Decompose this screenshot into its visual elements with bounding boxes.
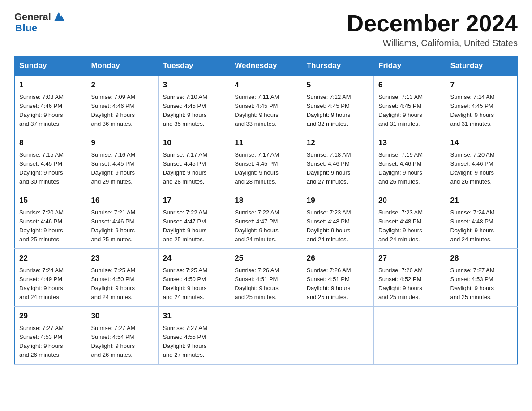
day-info: Sunrise: 7:21 AMSunset: 4:46 PMDaylight:… xyxy=(91,209,135,243)
logo-icon xyxy=(52,10,65,23)
calendar-cell xyxy=(230,307,302,364)
day-info: Sunrise: 7:23 AMSunset: 4:48 PMDaylight:… xyxy=(307,209,351,243)
day-number: 19 xyxy=(307,195,369,206)
day-number: 14 xyxy=(450,137,513,149)
logo: General Blue xyxy=(14,11,65,34)
day-number: 27 xyxy=(378,253,441,264)
day-number: 18 xyxy=(235,195,297,206)
day-number: 8 xyxy=(19,137,82,149)
calendar-cell: 21 Sunrise: 7:24 AMSunset: 4:48 PMDaylig… xyxy=(446,191,517,249)
week-row-1: 1 Sunrise: 7:08 AMSunset: 4:46 PMDayligh… xyxy=(15,75,518,133)
day-info: Sunrise: 7:13 AMSunset: 4:45 PMDaylight:… xyxy=(378,94,423,127)
calendar-cell xyxy=(374,307,446,364)
day-info: Sunrise: 7:11 AMSunset: 4:45 PMDaylight:… xyxy=(235,94,279,127)
calendar-cell xyxy=(302,307,373,364)
week-row-5: 29 Sunrise: 7:27 AMSunset: 4:53 PMDaylig… xyxy=(15,307,518,364)
day-info: Sunrise: 7:14 AMSunset: 4:45 PMDaylight:… xyxy=(450,94,495,127)
day-info: Sunrise: 7:17 AMSunset: 4:45 PMDaylight:… xyxy=(163,151,207,185)
calendar-cell: 17 Sunrise: 7:22 AMSunset: 4:47 PMDaylig… xyxy=(158,191,230,249)
day-info: Sunrise: 7:16 AMSunset: 4:45 PMDaylight:… xyxy=(91,151,135,185)
day-number: 29 xyxy=(19,310,82,322)
day-number: 28 xyxy=(450,253,513,264)
day-number: 5 xyxy=(307,79,369,91)
calendar-cell: 13 Sunrise: 7:19 AMSunset: 4:46 PMDaylig… xyxy=(374,133,446,191)
day-info: Sunrise: 7:25 AMSunset: 4:50 PMDaylight:… xyxy=(163,267,207,300)
day-info: Sunrise: 7:26 AMSunset: 4:51 PMDaylight:… xyxy=(235,267,279,300)
day-number: 17 xyxy=(163,195,225,206)
header-monday: Monday xyxy=(86,57,158,76)
calendar-title: December 2024 xyxy=(347,11,518,36)
day-number: 4 xyxy=(235,79,297,91)
calendar-cell: 16 Sunrise: 7:21 AMSunset: 4:46 PMDaylig… xyxy=(86,191,158,249)
day-number: 16 xyxy=(91,195,153,206)
week-row-3: 15 Sunrise: 7:20 AMSunset: 4:46 PMDaylig… xyxy=(15,191,518,249)
day-info: Sunrise: 7:19 AMSunset: 4:46 PMDaylight:… xyxy=(378,151,423,185)
day-info: Sunrise: 7:24 AMSunset: 4:49 PMDaylight:… xyxy=(19,267,64,300)
header-friday: Friday xyxy=(374,57,446,76)
calendar-cell: 6 Sunrise: 7:13 AMSunset: 4:45 PMDayligh… xyxy=(374,75,446,133)
day-info: Sunrise: 7:15 AMSunset: 4:45 PMDaylight:… xyxy=(19,151,64,185)
calendar-cell xyxy=(446,307,517,364)
calendar-cell: 3 Sunrise: 7:10 AMSunset: 4:45 PMDayligh… xyxy=(158,75,230,133)
day-number: 10 xyxy=(163,137,225,149)
day-info: Sunrise: 7:18 AMSunset: 4:46 PMDaylight:… xyxy=(307,151,351,185)
weekday-header-row: Sunday Monday Tuesday Wednesday Thursday… xyxy=(15,57,518,76)
calendar-cell: 27 Sunrise: 7:26 AMSunset: 4:52 PMDaylig… xyxy=(374,249,446,307)
day-number: 24 xyxy=(163,253,225,264)
calendar-cell: 22 Sunrise: 7:24 AMSunset: 4:49 PMDaylig… xyxy=(15,249,86,307)
header-wednesday: Wednesday xyxy=(230,57,302,76)
logo-blue-text: Blue xyxy=(15,22,38,34)
header-thursday: Thursday xyxy=(302,57,373,76)
day-number: 23 xyxy=(91,253,153,264)
calendar-cell: 30 Sunrise: 7:27 AMSunset: 4:54 PMDaylig… xyxy=(86,307,158,364)
header-sunday: Sunday xyxy=(15,57,86,76)
calendar-cell: 5 Sunrise: 7:12 AMSunset: 4:45 PMDayligh… xyxy=(302,75,373,133)
day-info: Sunrise: 7:20 AMSunset: 4:46 PMDaylight:… xyxy=(450,151,495,185)
day-info: Sunrise: 7:24 AMSunset: 4:48 PMDaylight:… xyxy=(450,209,495,243)
calendar-cell: 12 Sunrise: 7:18 AMSunset: 4:46 PMDaylig… xyxy=(302,133,373,191)
calendar-cell: 31 Sunrise: 7:27 AMSunset: 4:55 PMDaylig… xyxy=(158,307,230,364)
calendar-cell: 26 Sunrise: 7:26 AMSunset: 4:51 PMDaylig… xyxy=(302,249,373,307)
day-number: 9 xyxy=(91,137,153,149)
day-info: Sunrise: 7:10 AMSunset: 4:45 PMDaylight:… xyxy=(163,94,207,127)
day-number: 12 xyxy=(307,137,369,149)
header-saturday: Saturday xyxy=(446,57,517,76)
day-number: 31 xyxy=(163,310,225,322)
day-number: 7 xyxy=(450,79,513,91)
calendar-cell: 1 Sunrise: 7:08 AMSunset: 4:46 PMDayligh… xyxy=(15,75,86,133)
day-info: Sunrise: 7:17 AMSunset: 4:45 PMDaylight:… xyxy=(235,151,279,185)
calendar-table: Sunday Monday Tuesday Wednesday Thursday… xyxy=(14,56,518,364)
calendar-cell: 29 Sunrise: 7:27 AMSunset: 4:53 PMDaylig… xyxy=(15,307,86,364)
logo-general-text: General xyxy=(14,11,51,23)
calendar-cell: 2 Sunrise: 7:09 AMSunset: 4:46 PMDayligh… xyxy=(86,75,158,133)
day-info: Sunrise: 7:09 AMSunset: 4:46 PMDaylight:… xyxy=(91,94,135,127)
day-info: Sunrise: 7:27 AMSunset: 4:53 PMDaylight:… xyxy=(450,267,495,300)
day-info: Sunrise: 7:27 AMSunset: 4:55 PMDaylight:… xyxy=(163,325,207,358)
day-info: Sunrise: 7:27 AMSunset: 4:53 PMDaylight:… xyxy=(19,325,64,358)
day-number: 26 xyxy=(307,253,369,264)
week-row-4: 22 Sunrise: 7:24 AMSunset: 4:49 PMDaylig… xyxy=(15,249,518,307)
day-number: 21 xyxy=(450,195,513,206)
day-info: Sunrise: 7:27 AMSunset: 4:54 PMDaylight:… xyxy=(91,325,135,358)
title-area: December 2024 Williams, California, Unit… xyxy=(347,11,518,48)
day-number: 22 xyxy=(19,253,82,264)
calendar-cell: 19 Sunrise: 7:23 AMSunset: 4:48 PMDaylig… xyxy=(302,191,373,249)
day-number: 30 xyxy=(91,310,153,322)
calendar-cell: 9 Sunrise: 7:16 AMSunset: 4:45 PMDayligh… xyxy=(86,133,158,191)
calendar-cell: 18 Sunrise: 7:22 AMSunset: 4:47 PMDaylig… xyxy=(230,191,302,249)
day-number: 25 xyxy=(235,253,297,264)
calendar-cell: 7 Sunrise: 7:14 AMSunset: 4:45 PMDayligh… xyxy=(446,75,517,133)
day-info: Sunrise: 7:12 AMSunset: 4:45 PMDaylight:… xyxy=(307,94,351,127)
day-number: 20 xyxy=(378,195,441,206)
day-number: 6 xyxy=(378,79,441,91)
calendar-cell: 11 Sunrise: 7:17 AMSunset: 4:45 PMDaylig… xyxy=(230,133,302,191)
day-number: 3 xyxy=(163,79,225,91)
day-number: 11 xyxy=(235,137,297,149)
day-info: Sunrise: 7:08 AMSunset: 4:46 PMDaylight:… xyxy=(19,94,64,127)
calendar-cell: 14 Sunrise: 7:20 AMSunset: 4:46 PMDaylig… xyxy=(446,133,517,191)
day-info: Sunrise: 7:26 AMSunset: 4:51 PMDaylight:… xyxy=(307,267,351,300)
calendar-cell: 23 Sunrise: 7:25 AMSunset: 4:50 PMDaylig… xyxy=(86,249,158,307)
day-info: Sunrise: 7:20 AMSunset: 4:46 PMDaylight:… xyxy=(19,209,64,243)
calendar-cell: 28 Sunrise: 7:27 AMSunset: 4:53 PMDaylig… xyxy=(446,249,517,307)
day-number: 15 xyxy=(19,195,82,206)
